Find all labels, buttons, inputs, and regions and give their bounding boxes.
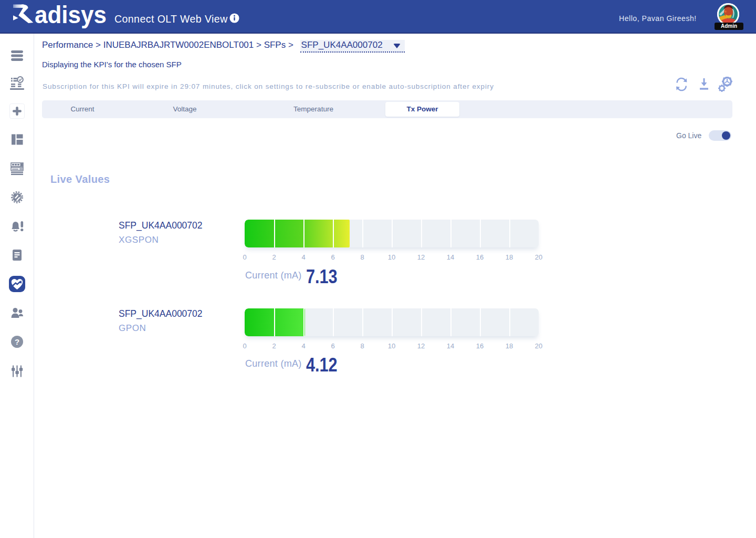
svg-text:?: ? — [14, 337, 19, 346]
svg-text:adisys: adisys — [35, 2, 107, 28]
